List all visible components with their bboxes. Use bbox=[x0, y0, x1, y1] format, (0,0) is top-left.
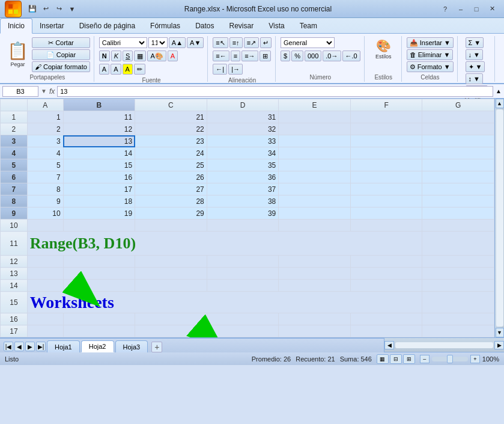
cell-a17[interactable] bbox=[27, 325, 63, 337]
zoom-slider[interactable] bbox=[432, 357, 468, 361]
cell-f9[interactable] bbox=[350, 207, 422, 220]
col-header-c[interactable]: C bbox=[135, 99, 207, 111]
insertar-btn[interactable]: 📥 Insertar ▼ bbox=[407, 37, 454, 48]
cell-g2[interactable] bbox=[422, 123, 494, 135]
cell-c2[interactable]: 22 bbox=[135, 123, 207, 135]
tab-insertar[interactable]: Insertar bbox=[32, 18, 72, 33]
cell-b5[interactable]: 15 bbox=[63, 159, 135, 171]
cell-g17[interactable] bbox=[422, 325, 494, 337]
align-top-center-btn[interactable]: ≡↑ bbox=[229, 37, 243, 48]
col-header-f[interactable]: F bbox=[350, 99, 422, 111]
cell-a16[interactable] bbox=[27, 313, 63, 325]
cell-d10[interactable] bbox=[207, 220, 279, 232]
col-header-b[interactable]: B bbox=[63, 99, 135, 111]
h-scroll-thumb[interactable] bbox=[395, 342, 493, 348]
col-header-a[interactable]: A bbox=[27, 99, 63, 111]
border-btn[interactable]: ▦ bbox=[134, 51, 146, 61]
cell-b7[interactable]: 17 bbox=[63, 183, 135, 195]
cell-c9[interactable]: 29 bbox=[135, 207, 207, 220]
scroll-right-btn[interactable]: ▶ bbox=[494, 341, 504, 349]
cell-b6[interactable]: 16 bbox=[63, 171, 135, 183]
undo-quick-btn[interactable]: ↩ bbox=[40, 3, 52, 15]
help-btn[interactable]: ? bbox=[438, 3, 452, 15]
cell-g15[interactable] bbox=[422, 292, 494, 313]
cell-c7[interactable]: 27 bbox=[135, 183, 207, 195]
cell-a5[interactable]: 5 bbox=[27, 159, 63, 171]
first-sheet-btn[interactable]: |◀ bbox=[4, 342, 13, 351]
cell-b4[interactable]: 14 bbox=[63, 147, 135, 159]
cell-g6[interactable] bbox=[422, 171, 494, 183]
normal-view-btn[interactable]: ▦ bbox=[377, 354, 389, 364]
cell-a14[interactable] bbox=[27, 280, 63, 292]
tab-vista[interactable]: Vista bbox=[261, 18, 292, 33]
cell-e5[interactable] bbox=[279, 159, 351, 171]
cell-e6[interactable] bbox=[279, 171, 351, 183]
cell-f3[interactable] bbox=[350, 135, 422, 147]
office-button[interactable] bbox=[5, 1, 22, 17]
cell-b13[interactable] bbox=[63, 268, 135, 280]
cell-e7[interactable] bbox=[279, 183, 351, 195]
col-header-d[interactable]: D bbox=[207, 99, 279, 111]
erase-btn[interactable]: ✏ bbox=[134, 64, 145, 75]
cell-e12[interactable] bbox=[279, 256, 351, 268]
cell-f2[interactable] bbox=[350, 123, 422, 135]
cell-c5[interactable]: 25 bbox=[135, 159, 207, 171]
cell-a4[interactable]: 4 bbox=[27, 147, 63, 159]
font-name-select[interactable]: Calibri bbox=[99, 37, 147, 48]
maximize-btn[interactable]: □ bbox=[469, 3, 484, 15]
cell-c8[interactable]: 28 bbox=[135, 195, 207, 207]
expand-formula-btn[interactable]: ▲ bbox=[496, 88, 502, 94]
cell-e10[interactable] bbox=[279, 220, 351, 232]
cell-g14[interactable] bbox=[422, 280, 494, 292]
cell-e3[interactable] bbox=[279, 135, 351, 147]
cell-f10[interactable] bbox=[350, 220, 422, 232]
cell-g5[interactable] bbox=[422, 159, 494, 171]
cell-g7[interactable] bbox=[422, 183, 494, 195]
tab-inicio[interactable]: Inicio bbox=[0, 18, 32, 34]
cell-f5[interactable] bbox=[350, 159, 422, 171]
merge-btn[interactable]: ⊞ bbox=[260, 51, 271, 61]
wrap-text-btn[interactable]: ↵ bbox=[260, 37, 272, 48]
zoom-in-btn[interactable]: + bbox=[470, 355, 480, 363]
font-a1-btn[interactable]: A bbox=[99, 64, 109, 75]
sheet-tab-hoja1[interactable]: Hoja1 bbox=[47, 340, 80, 352]
font-color-btn[interactable]: A bbox=[168, 51, 178, 61]
cell-g1[interactable] bbox=[422, 111, 494, 123]
cell-c6[interactable]: 26 bbox=[135, 171, 207, 183]
cell-e8[interactable] bbox=[279, 195, 351, 207]
zoom-out-btn[interactable]: – bbox=[420, 355, 430, 363]
cell-a7[interactable]: 8 bbox=[27, 183, 63, 195]
cell-c13[interactable] bbox=[135, 268, 207, 280]
cell-d7[interactable]: 37 bbox=[207, 183, 279, 195]
cell-a3[interactable]: 3 bbox=[27, 135, 63, 147]
cell-f16[interactable] bbox=[350, 313, 422, 325]
cell-b17[interactable] bbox=[63, 325, 135, 337]
cell-a8[interactable]: 9 bbox=[27, 195, 63, 207]
cell-d2[interactable]: 32 bbox=[207, 123, 279, 135]
pegar-btn[interactable]: 📋 Pegar bbox=[5, 37, 31, 71]
eliminar-btn[interactable]: 🗑 Eliminar ▼ bbox=[407, 49, 454, 60]
col-header-e[interactable]: E bbox=[279, 99, 351, 111]
cell-b12[interactable] bbox=[63, 256, 135, 268]
align-top-left-btn[interactable]: ≡↖ bbox=[213, 37, 228, 48]
cell-d17[interactable] bbox=[207, 325, 279, 337]
font-a2-btn[interactable]: A bbox=[111, 64, 121, 75]
dropdown-arrow[interactable]: ▼ bbox=[41, 88, 47, 94]
cell-c16[interactable] bbox=[135, 313, 207, 325]
cell-d6[interactable]: 36 bbox=[207, 171, 279, 183]
font-size-select[interactable]: 11 bbox=[148, 37, 168, 48]
cell-d12[interactable] bbox=[207, 256, 279, 268]
increase-dec-btn[interactable]: .0→ bbox=[323, 51, 341, 61]
cell-a13[interactable] bbox=[27, 268, 63, 280]
cell-reference-box[interactable]: B3 bbox=[2, 86, 38, 97]
col-header-g[interactable]: G bbox=[422, 99, 494, 111]
comma-btn[interactable]: 000 bbox=[305, 51, 321, 61]
cell-b3[interactable]: 13 bbox=[63, 135, 135, 147]
copiar-formato-btn[interactable]: 🖌 Copiar formato bbox=[32, 61, 90, 72]
zoom-slider-thumb[interactable] bbox=[447, 355, 453, 363]
cell-f17[interactable] bbox=[350, 325, 422, 337]
cell-a12[interactable] bbox=[27, 256, 63, 268]
num-format-select[interactable]: General bbox=[281, 37, 335, 48]
scroll-down-btn[interactable]: ▼ bbox=[496, 328, 504, 337]
minimize-btn[interactable]: – bbox=[454, 3, 468, 15]
